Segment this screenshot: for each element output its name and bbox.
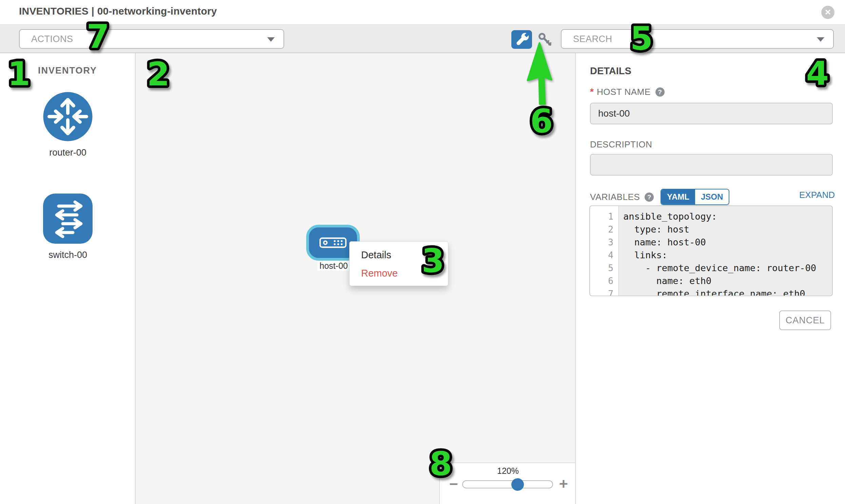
- line-text: type: host: [619, 223, 689, 236]
- required-asterisk: *: [590, 86, 594, 97]
- zoom-slider-thumb[interactable]: [511, 478, 524, 491]
- topology-canvas[interactable]: host-00 Details Remove 120% − +: [136, 53, 575, 504]
- toolbar-wrench-button[interactable]: [511, 30, 532, 49]
- code-line: 3 name: host-00: [590, 236, 832, 249]
- line-number: 2: [590, 223, 619, 236]
- line-number: 5: [590, 262, 619, 274]
- inventory-item-label: router-00: [43, 147, 92, 158]
- cancel-button[interactable]: CANCEL: [779, 310, 831, 330]
- search-dropdown-label: SEARCH: [573, 30, 612, 48]
- description-input[interactable]: [590, 154, 833, 176]
- chevron-down-icon: [267, 37, 275, 42]
- help-icon[interactable]: ?: [655, 87, 665, 96]
- key-toggle-button[interactable]: [536, 32, 554, 48]
- toolbar: ACTIONS SEARCH: [0, 24, 845, 53]
- inventory-panel-title: INVENTORY: [0, 66, 135, 76]
- context-menu-item-details[interactable]: Details: [350, 246, 448, 264]
- host-server-icon: [319, 237, 347, 248]
- help-icon[interactable]: ?: [645, 193, 654, 202]
- line-text: name: host-00: [619, 236, 706, 249]
- line-text: name: eth0: [619, 274, 711, 287]
- line-text: remote_interface_name: eth0: [619, 287, 805, 296]
- host-name-label-row: * HOST NAME ?: [590, 86, 665, 97]
- context-menu: Details Remove: [349, 241, 448, 286]
- page-header: INVENTORIES | 00-networking-inventory ✕: [0, 0, 845, 24]
- variables-format-toggle: YAML JSON: [661, 189, 729, 205]
- host-name-label: HOST NAME: [597, 87, 651, 97]
- details-panel: DETAILS * HOST NAME ? host-00 DESCRIPTIO…: [575, 53, 845, 504]
- line-number: 3: [590, 236, 619, 249]
- wrench-icon: [511, 30, 532, 49]
- line-number: 4: [590, 249, 619, 262]
- zoom-percent-label: 120%: [440, 466, 576, 476]
- tab-json[interactable]: JSON: [695, 190, 729, 204]
- code-line: 4 links:: [590, 249, 832, 262]
- tab-yaml[interactable]: YAML: [661, 190, 695, 204]
- close-icon: ✕: [825, 8, 831, 17]
- zoom-out-button[interactable]: −: [449, 476, 458, 491]
- variables-label: VARIABLES: [590, 192, 640, 202]
- code-line: 6 name: eth0: [590, 274, 832, 287]
- code-line: 1 ansible_topology:: [590, 210, 832, 223]
- router-icon: [43, 92, 92, 141]
- inventory-item-router[interactable]: router-00: [43, 92, 92, 158]
- key-icon: [536, 32, 554, 48]
- chevron-down-icon: [817, 37, 824, 42]
- zoom-control-panel: 120% − +: [439, 463, 577, 504]
- zoom-in-button[interactable]: +: [559, 476, 568, 491]
- actions-dropdown-label: ACTIONS: [31, 30, 73, 48]
- host-node-label: host-00: [317, 260, 350, 271]
- inventory-item-label: switch-00: [43, 250, 92, 260]
- networking-inventory-page: INVENTORIES | 00-networking-inventory ✕ …: [0, 0, 845, 504]
- description-label: DESCRIPTION: [590, 139, 652, 150]
- details-panel-title: DETAILS: [590, 66, 631, 77]
- line-text: - remote_device_name: router-00: [619, 262, 816, 274]
- line-number: 1: [590, 210, 619, 223]
- page-title: INVENTORIES | 00-networking-inventory: [19, 5, 217, 17]
- line-number: 7: [590, 287, 619, 296]
- host-name-input[interactable]: host-00: [590, 103, 833, 124]
- variables-label-row: VARIABLES ? YAML JSON: [590, 189, 729, 205]
- inventory-panel: INVENTORY router-00: [0, 53, 136, 504]
- variables-code-editor[interactable]: 1 ansible_topology: 2 type: host 3 name:…: [589, 205, 833, 296]
- code-line: 5 - remote_device_name: router-00: [590, 262, 832, 274]
- zoom-slider[interactable]: [462, 480, 553, 488]
- close-button[interactable]: ✕: [821, 6, 834, 19]
- line-text: ansible_topology:: [619, 210, 717, 223]
- code-line: 2 type: host: [590, 223, 832, 236]
- actions-dropdown[interactable]: ACTIONS: [19, 29, 284, 49]
- description-label-row: DESCRIPTION: [590, 139, 652, 150]
- line-number: 6: [590, 274, 619, 287]
- code-line: 7 remote_interface_name: eth0: [590, 287, 832, 296]
- expand-link[interactable]: EXPAND: [799, 190, 835, 200]
- search-dropdown[interactable]: SEARCH: [561, 29, 834, 49]
- editor-lines: 1 ansible_topology: 2 type: host 3 name:…: [590, 210, 832, 296]
- context-menu-item-remove[interactable]: Remove: [350, 264, 448, 282]
- line-text: links:: [619, 249, 667, 262]
- switch-icon: [43, 194, 92, 244]
- inventory-item-switch[interactable]: switch-00: [43, 194, 92, 260]
